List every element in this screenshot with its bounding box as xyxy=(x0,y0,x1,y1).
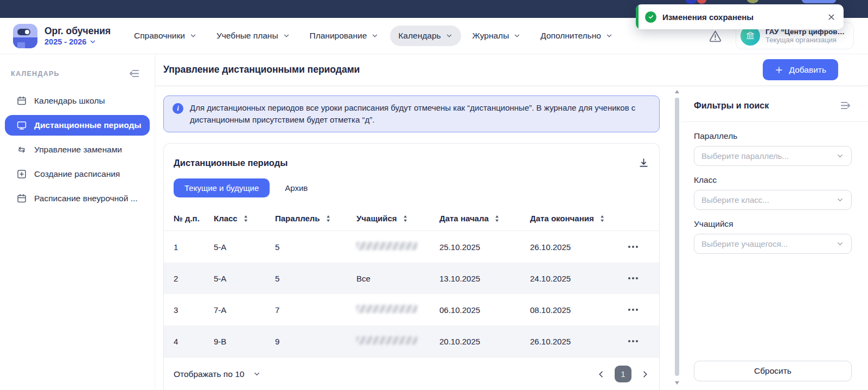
cell-date-start: 06.10.2025 xyxy=(439,305,530,315)
nav-menu-item[interactable]: Календарь xyxy=(390,25,461,46)
download-icon[interactable] xyxy=(638,157,649,169)
cell-actions xyxy=(623,334,649,348)
cell-date-end: 26.10.2025 xyxy=(530,242,623,252)
cell-parallel: 5 xyxy=(275,242,356,252)
nav-menu-item[interactable]: Справочники xyxy=(126,25,205,46)
column-label: Дата окончания xyxy=(530,214,594,223)
cell-actions xyxy=(623,303,649,317)
sort-icon[interactable] xyxy=(599,215,605,222)
prev-page-icon[interactable] xyxy=(597,370,605,379)
tab-archive[interactable]: Архив xyxy=(274,178,318,197)
next-page-icon[interactable] xyxy=(641,370,649,379)
sidebar-item-label: Дистанционные периоды xyxy=(34,120,142,130)
row-actions-menu[interactable] xyxy=(623,334,643,348)
cell-actions xyxy=(623,240,649,254)
scroll-down-arrow[interactable] xyxy=(675,381,679,385)
column-header[interactable]: Класс xyxy=(214,214,275,223)
vertical-scrollbar[interactable] xyxy=(673,86,681,390)
calendar-icon xyxy=(16,95,27,106)
warning-icon[interactable] xyxy=(708,29,723,43)
column-label: Дата начала xyxy=(439,214,489,223)
tabs: Текущие и будущиеАрхив xyxy=(174,178,649,197)
nav-menu-item[interactable]: Дополнительно xyxy=(532,25,621,46)
close-icon[interactable] xyxy=(827,12,836,22)
table-footer: Отображать по 10 1 xyxy=(164,357,659,390)
filter-select[interactable]: Выберите параллель... xyxy=(694,146,852,166)
chevron-down-icon xyxy=(605,32,613,40)
cell-parallel: 9 xyxy=(275,337,356,346)
sort-icon[interactable] xyxy=(242,215,249,222)
sidebar-item[interactable]: Расписание внеурочной ... xyxy=(5,188,150,209)
nav-menu: Справочники Учебные планы Планирование К… xyxy=(126,25,621,46)
row-actions-menu[interactable] xyxy=(623,271,643,285)
column-header[interactable]: Дата начала xyxy=(439,214,530,223)
organization-subtitle: Текущая организация xyxy=(765,36,847,44)
cell-student: Все xyxy=(356,274,371,283)
redacted-student-name xyxy=(356,336,417,344)
nav-menu-item-label: Дополнительно xyxy=(540,31,601,41)
filter-label: Класс xyxy=(694,175,852,185)
filter-group: Параллель Выберите параллель... xyxy=(694,131,852,166)
column-label: Параллель xyxy=(275,214,320,223)
sort-icon[interactable] xyxy=(494,215,500,222)
cell-actions xyxy=(623,271,649,285)
content-zone: Управление дистанционными периодами Доба… xyxy=(155,54,868,390)
page-header: Управление дистанционными периодами Доба… xyxy=(155,54,868,86)
school-year-selector[interactable]: 2025 - 2026 xyxy=(44,37,111,46)
redacted-student-name xyxy=(356,242,417,250)
periods-card: Дистанционные периоды Текущие и будущиеА… xyxy=(163,143,660,390)
scrollbar-thumb[interactable] xyxy=(675,98,679,376)
pagination: 1 xyxy=(597,366,649,382)
table-row: 3 7-А 7 06.10.2025 08.10.2025 xyxy=(164,294,659,325)
sidebar-collapse-icon[interactable] xyxy=(128,67,141,80)
sort-icon[interactable] xyxy=(325,215,331,222)
info-icon: i xyxy=(173,103,183,114)
row-actions-menu[interactable] xyxy=(623,303,643,317)
cell-number: 2 xyxy=(174,274,214,283)
filters-title: Фильтры и поиск xyxy=(694,101,769,111)
add-button[interactable]: Добавить xyxy=(763,59,838,80)
current-page-button[interactable]: 1 xyxy=(615,366,631,382)
topbar-artifact xyxy=(686,0,697,4)
column-header: № д.п. xyxy=(174,214,214,223)
filter-group: Учащийся Выберите учащегося... xyxy=(694,219,852,254)
chevron-down-icon xyxy=(371,32,379,40)
nav-menu-item[interactable]: Журналы xyxy=(464,25,529,46)
nav-menu-item-label: Календарь xyxy=(398,31,441,41)
column-header[interactable]: Дата окончания xyxy=(530,214,623,223)
sidebar-item[interactable]: Управление заменами xyxy=(5,139,150,160)
cell-number: 3 xyxy=(174,305,214,315)
cell-student-wrap xyxy=(356,305,439,315)
filters-collapse-icon[interactable] xyxy=(839,99,852,112)
plus-icon xyxy=(775,66,783,74)
sidebar-item-label: Календарь школы xyxy=(34,96,105,106)
page-size-selector[interactable]: Отображать по 10 xyxy=(174,369,261,379)
card-header: Дистанционные периоды xyxy=(174,144,649,169)
column-header[interactable]: Учащийся xyxy=(356,214,439,223)
topbar-artifact xyxy=(747,0,758,3)
filter-select[interactable]: Выберите учащегося... xyxy=(694,234,852,254)
sidebar-item[interactable]: Дистанционные периоды xyxy=(5,115,150,136)
cell-student-wrap: Все xyxy=(356,274,439,283)
column-header[interactable]: Параллель xyxy=(275,214,356,223)
nav-menu-item[interactable]: Учебные планы xyxy=(208,25,298,46)
tab-current-future[interactable]: Текущие и будущие xyxy=(174,178,270,197)
app-brand[interactable]: Орг. обучения 2025 - 2026 xyxy=(13,24,111,48)
column-label: Учащийся xyxy=(356,214,397,223)
monitor-icon xyxy=(16,120,27,131)
sort-icon[interactable] xyxy=(402,215,409,222)
sidebar-item[interactable]: Создание расписания xyxy=(5,164,150,184)
filter-select[interactable]: Выберите класс... xyxy=(694,190,852,210)
reset-filters-button[interactable]: Сбросить xyxy=(694,361,852,381)
row-actions-menu[interactable] xyxy=(623,240,643,254)
table-body: 1 5-А 5 25.10.2025 26.10.2025 2 5-А 5 Вс… xyxy=(174,231,649,357)
nav-menu-item[interactable]: Планирование xyxy=(302,25,387,46)
scroll-up-arrow[interactable] xyxy=(675,90,679,93)
column-label: Класс xyxy=(214,214,238,223)
sidebar-item[interactable]: Календарь школы xyxy=(5,91,150,111)
cell-class: 9-В xyxy=(214,337,275,346)
topbar-artifact xyxy=(697,0,706,4)
filters-panel: Фильтры и поиск Параллель Выберите парал… xyxy=(681,86,868,390)
school-year-label: 2025 - 2026 xyxy=(44,37,86,46)
filter-placeholder: Выберите класс... xyxy=(701,195,769,204)
